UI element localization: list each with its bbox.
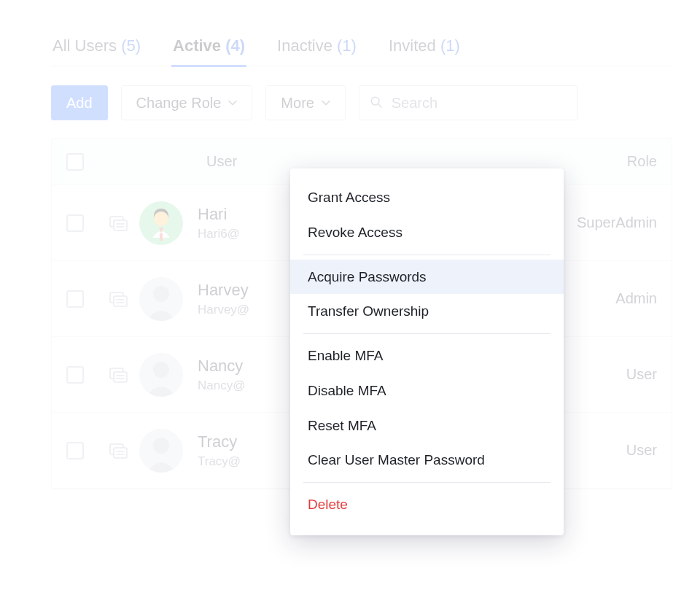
search-icon (370, 96, 383, 110)
tab-active[interactable]: Active (4) (171, 36, 246, 66)
add-button[interactable]: Add (51, 85, 108, 120)
change-role-label: Change Role (136, 95, 222, 112)
svg-point-26 (153, 438, 169, 454)
more-dropdown: Grant AccessRevoke AccessAcquire Passwor… (290, 168, 564, 535)
credentials-icon (98, 365, 139, 384)
user-name: Harvey (198, 281, 249, 300)
svg-rect-10 (114, 296, 127, 306)
svg-rect-8 (160, 233, 163, 241)
search-field[interactable] (359, 85, 578, 120)
more-label: More (281, 95, 314, 112)
column-role: Role (533, 153, 657, 170)
row-checkbox[interactable] (66, 290, 84, 308)
svg-point-7 (154, 211, 168, 226)
dropdown-item-transfer-ownership[interactable]: Transfer Ownership (290, 294, 564, 329)
svg-line-1 (378, 104, 381, 107)
dropdown-item-acquire-passwords[interactable]: Acquire Passwords (290, 260, 564, 295)
tab-label: Invited (389, 36, 436, 55)
svg-rect-3 (114, 220, 127, 230)
row-checkbox[interactable] (66, 442, 84, 459)
dropdown-item-grant-access[interactable]: Grant Access (290, 180, 564, 215)
tab-count: (1) (337, 36, 357, 55)
user-email: Hari6@ (198, 227, 240, 241)
tab-count: (1) (440, 36, 460, 55)
dropdown-item-clear-user-master-password[interactable]: Clear User Master Password (290, 443, 564, 478)
tabs: All Users (5) Active (4) Inactive (1) In… (51, 36, 672, 66)
row-checkbox[interactable] (66, 214, 84, 232)
chevron-down-icon (228, 98, 237, 107)
credentials-icon (98, 290, 139, 308)
dropdown-separator (303, 482, 551, 483)
tab-count: (4) (225, 36, 245, 55)
user-name: Tracy (198, 432, 241, 451)
dropdown-item-delete[interactable]: Delete (290, 487, 564, 522)
tab-label: All Users (52, 36, 117, 55)
select-all-checkbox[interactable] (66, 153, 84, 171)
tab-label: Inactive (277, 36, 332, 55)
toolbar: Add Change Role More (51, 66, 672, 138)
tab-all-users[interactable]: All Users (5) (51, 36, 142, 66)
credentials-icon (98, 214, 139, 233)
user-name: Hari (198, 205, 240, 224)
svg-rect-22 (114, 448, 127, 458)
more-button[interactable]: More (265, 85, 346, 120)
dropdown-item-reset-mfa[interactable]: Reset MFA (290, 408, 564, 443)
user-name: Nancy (198, 357, 245, 376)
chevron-down-icon (322, 98, 330, 107)
user-email: Harvey@ (198, 303, 249, 317)
svg-point-14 (153, 286, 169, 302)
svg-point-20 (153, 362, 169, 378)
avatar (139, 277, 183, 321)
change-role-button[interactable]: Change Role (121, 85, 253, 120)
row-checkbox[interactable] (66, 366, 84, 384)
credentials-icon (98, 441, 139, 460)
tab-label: Active (173, 36, 221, 55)
dropdown-separator (303, 333, 551, 334)
user-email: Tracy@ (198, 454, 241, 469)
svg-rect-16 (114, 372, 127, 382)
tab-count: (5) (121, 36, 141, 55)
column-user: User (139, 153, 533, 170)
search-input[interactable] (392, 95, 565, 112)
user-email: Nancy@ (198, 379, 245, 393)
dropdown-separator (303, 255, 551, 255)
avatar (139, 429, 183, 473)
dropdown-item-enable-mfa[interactable]: Enable MFA (290, 338, 564, 373)
dropdown-item-revoke-access[interactable]: Revoke Access (290, 215, 564, 250)
tab-invited[interactable]: Invited (1) (387, 36, 462, 66)
dropdown-item-disable-mfa[interactable]: Disable MFA (290, 373, 564, 408)
avatar (139, 201, 183, 245)
tab-inactive[interactable]: Inactive (1) (276, 36, 358, 66)
avatar (139, 353, 183, 397)
